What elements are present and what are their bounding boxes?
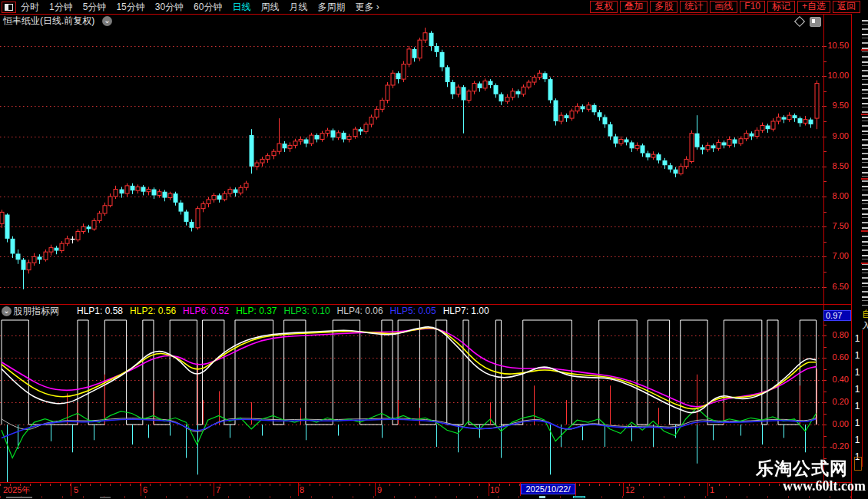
right-side-toolbar[interactable]: 自 入 11111111 bbox=[851, 14, 868, 499]
period-item-8[interactable]: 周线 bbox=[260, 0, 279, 14]
month-label-5: 5 bbox=[74, 485, 78, 495]
price-axis-label: 7.00 bbox=[833, 251, 849, 261]
indicator-value-hlp3: HLP3: 0.10 bbox=[284, 306, 330, 316]
bottom-pane-sliver bbox=[0, 496, 868, 499]
toolbar-button-8[interactable]: +自选 bbox=[797, 1, 830, 13]
price-axis-label: 9.50 bbox=[833, 101, 849, 111]
month-separator bbox=[575, 483, 576, 496]
date-ticks bbox=[0, 484, 851, 486]
toolbar-button-9[interactable]: 返回 bbox=[833, 1, 860, 13]
price-axis-label: 10.00 bbox=[827, 71, 849, 81]
month-separator bbox=[141, 483, 141, 496]
period-item-1[interactable]: 分时 bbox=[21, 0, 39, 14]
period-item-4[interactable]: 15分钟 bbox=[116, 0, 144, 14]
month-separator bbox=[520, 483, 521, 496]
month-label-9: 9 bbox=[377, 485, 382, 495]
indicator-value-hlp2: HLP2: 0.56 bbox=[130, 306, 176, 316]
watermark-line1: 乐淘公式网 bbox=[756, 458, 848, 478]
indicator-values: HLP1: 0.58HLP2: 0.56HLP6: 0.52HLP: 0.37H… bbox=[77, 306, 496, 317]
indicator-value-hlp6: HLP6: 0.52 bbox=[183, 306, 229, 316]
toolbar-button-2[interactable]: 叠加 bbox=[620, 1, 648, 13]
price-axis-label: 6.50 bbox=[833, 282, 849, 292]
date-axis: 2025年 2025/10/22/三 5678910121 bbox=[0, 482, 868, 497]
year-label: 2025年 bbox=[3, 485, 30, 495]
month-separator bbox=[707, 483, 708, 496]
period-item-11[interactable]: 更多 › bbox=[355, 0, 379, 14]
action-buttons: 复权叠加多股统计画线F10标记+自选返回 bbox=[588, 1, 860, 13]
toolbar-button-5[interactable]: 画线 bbox=[710, 1, 737, 13]
month-label-6: 6 bbox=[143, 485, 147, 495]
title-row: 恒丰纸业(日线.前复权) ⌄ bbox=[0, 15, 823, 28]
price-axis-label: 9.00 bbox=[833, 131, 849, 141]
watermark: 乐淘公式网 www.60lt.com bbox=[756, 458, 866, 494]
chevron-down-icon[interactable]: ⌄ bbox=[102, 16, 112, 26]
month-label-8: 8 bbox=[300, 485, 304, 495]
strip-divider bbox=[862, 330, 863, 467]
indicator-value-hlp4: HLP4: 0.06 bbox=[337, 306, 383, 316]
toolbar-button-4[interactable]: 统计 bbox=[680, 1, 707, 13]
price-axis-label: 8.50 bbox=[833, 161, 849, 171]
indicator-axis-label: -0.20 bbox=[830, 441, 849, 451]
indicator-panel-chart[interactable] bbox=[0, 319, 823, 482]
panel-icon[interactable] bbox=[810, 17, 821, 27]
indicator-value-hlp7: HLP7: 1.00 bbox=[443, 306, 489, 316]
selected-date-badge: 2025/10/22/三 bbox=[521, 484, 575, 494]
month-label-1: 1 bbox=[710, 485, 714, 495]
price-axis: 0.97 10.5010.009.509.008.508.007.507.006… bbox=[823, 14, 851, 482]
indicator-chevron-icon[interactable]: ⌄ bbox=[2, 306, 12, 316]
month-label-7: 7 bbox=[216, 485, 220, 495]
app-window: 分时1分钟5分钟15分钟30分钟60分钟日线周线月线多周期更多 › 复权叠加多股… bbox=[0, 0, 868, 499]
window-layout-icon[interactable] bbox=[2, 2, 16, 13]
indicator-value-badge: 0.97 bbox=[823, 310, 851, 321]
indicator-source: 股朋指标网 bbox=[13, 306, 59, 317]
price-axis-label: 8.00 bbox=[833, 191, 849, 201]
period-item-6[interactable]: 60分钟 bbox=[194, 0, 222, 14]
month-separator bbox=[375, 483, 376, 496]
month-separator bbox=[298, 483, 299, 496]
clipped-char-2: 入 bbox=[862, 320, 868, 329]
month-label-12: 12 bbox=[625, 485, 634, 495]
month-separator bbox=[623, 483, 624, 496]
main-candlestick-chart[interactable] bbox=[0, 28, 823, 304]
chart-title: 恒丰纸业(日线.前复权) bbox=[3, 15, 94, 27]
toolbar-button-3[interactable]: 多股 bbox=[650, 1, 678, 13]
indicator-header: ⌄ 股朋指标网 HLP1: 0.58HLP2: 0.56HLP6: 0.52HL… bbox=[0, 305, 823, 318]
watermark-line2: www.60lt.com bbox=[756, 478, 866, 494]
indicator-axis-label: 0.80 bbox=[833, 330, 849, 340]
month-separator bbox=[214, 483, 214, 496]
period-item-3[interactable]: 5分钟 bbox=[83, 0, 107, 14]
divider-line bbox=[0, 304, 868, 305]
period-item-9[interactable]: 月线 bbox=[289, 0, 307, 14]
indicator-axis-label: 0.60 bbox=[833, 352, 849, 362]
price-axis-label: 7.50 bbox=[833, 221, 849, 231]
period-item-2[interactable]: 1分钟 bbox=[49, 0, 73, 14]
diamond-icon[interactable] bbox=[794, 16, 805, 27]
toolbar-button-6[interactable]: F10 bbox=[740, 1, 765, 13]
period-item-5[interactable]: 30分钟 bbox=[155, 0, 184, 14]
period-toolbar: 分时1分钟5分钟15分钟30分钟60分钟日线周线月线多周期更多 › 复权叠加多股… bbox=[0, 0, 868, 15]
indicator-value-hlp: HLP: 0.37 bbox=[236, 306, 277, 316]
indicator-value-hlp1: HLP1: 0.58 bbox=[77, 306, 123, 316]
strip-digits: 11111111 bbox=[853, 330, 861, 465]
indicator-axis-label: 0.00 bbox=[833, 419, 849, 429]
month-separator bbox=[489, 483, 489, 496]
period-menu: 分时1分钟5分钟15分钟30分钟60分钟日线周线月线多周期更多 › bbox=[21, 0, 389, 14]
indicator-axis-label: 0.20 bbox=[833, 397, 849, 407]
toolbar-button-7[interactable]: 标记 bbox=[767, 1, 795, 13]
indicator-value-hlp5: HLP5: 0.05 bbox=[390, 306, 436, 316]
indicator-axis-label: 0.40 bbox=[833, 375, 849, 385]
period-item-7[interactable]: 日线 bbox=[232, 0, 250, 14]
month-label-10: 10 bbox=[490, 485, 499, 495]
toolbar-button-1[interactable]: 复权 bbox=[590, 1, 618, 13]
month-separator bbox=[71, 483, 71, 496]
price-axis-label: 10.50 bbox=[827, 41, 849, 51]
clipped-char-1: 自 bbox=[862, 308, 868, 318]
period-item-10[interactable]: 多周期 bbox=[317, 0, 345, 14]
